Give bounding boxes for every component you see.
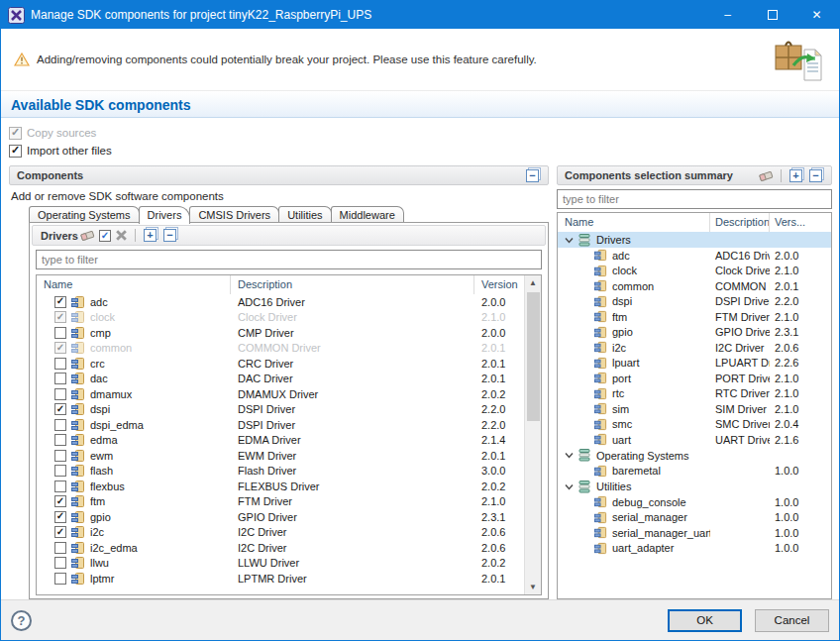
column-header-name[interactable]: Name bbox=[558, 213, 710, 232]
summary-component-name: baremetal bbox=[612, 465, 710, 477]
component-checkbox[interactable] bbox=[54, 542, 66, 554]
component-checkbox[interactable] bbox=[54, 481, 66, 492]
component-row[interactable]: i2c I2C Driver 2.0.6 bbox=[37, 525, 524, 541]
summary-group-row[interactable]: Utilities bbox=[558, 479, 831, 494]
column-header-description[interactable]: Description bbox=[710, 213, 770, 232]
component-row[interactable]: edma EDMA Driver 2.1.4 bbox=[37, 433, 524, 449]
component-checkbox[interactable] bbox=[54, 526, 66, 538]
summary-component-row[interactable]: debug_console 1.0.0 bbox=[558, 494, 831, 510]
component-row[interactable]: flash Flash Driver 3.0.0 bbox=[37, 464, 524, 480]
component-row[interactable]: dspi DSPI Driver 2.2.0 bbox=[37, 402, 524, 418]
tab-utilities[interactable]: Utilities bbox=[278, 206, 331, 222]
chevron-down-icon[interactable] bbox=[564, 481, 575, 492]
summary-group-row[interactable]: Operating Systems bbox=[558, 448, 831, 464]
component-row[interactable]: gpio GPIO Driver 2.3.1 bbox=[37, 509, 524, 525]
summary-clear-filter-button[interactable] bbox=[759, 169, 774, 182]
component-row[interactable]: llwu LLWU Driver 2.0.2 bbox=[37, 556, 524, 572]
component-row[interactable]: i2c_edma I2C Driver 2.0.6 bbox=[37, 540, 524, 556]
component-row[interactable]: dmamux DMAMUX Driver 2.0.2 bbox=[37, 386, 524, 402]
maximize-button[interactable] bbox=[750, 1, 794, 29]
component-row[interactable]: dspi_edma DSPI Driver 2.2.0 bbox=[37, 417, 524, 433]
deselect-all-button[interactable] bbox=[115, 229, 128, 242]
select-all-button[interactable] bbox=[99, 230, 111, 242]
component-row[interactable]: common COMMON Driver 2.0.1 bbox=[37, 341, 524, 357]
component-checkbox[interactable] bbox=[54, 296, 66, 308]
component-icon bbox=[71, 572, 85, 586]
summary-component-row[interactable]: lpuart LPUART Driver 2.2.6 bbox=[558, 356, 831, 372]
summary-component-row[interactable]: dspi DSPI Driver 2.2.0 bbox=[558, 294, 831, 310]
component-row[interactable]: ftm FTM Driver 2.1.0 bbox=[37, 494, 524, 510]
component-checkbox[interactable] bbox=[54, 434, 66, 446]
collapse-all-button[interactable]: − bbox=[163, 229, 176, 242]
summary-group-row[interactable]: Drivers bbox=[558, 232, 831, 248]
component-checkbox[interactable] bbox=[54, 358, 66, 370]
component-row[interactable]: flexbus FLEXBUS Driver 2.0.2 bbox=[37, 479, 524, 494]
summary-component-row[interactable]: sim SIM Driver 2.1.0 bbox=[558, 401, 831, 417]
component-checkbox[interactable] bbox=[54, 450, 66, 462]
minimize-button[interactable]: – bbox=[705, 1, 750, 29]
drivers-filter-input[interactable] bbox=[36, 250, 542, 269]
component-checkbox[interactable] bbox=[54, 495, 66, 507]
summary-component-row[interactable]: serial_manager 1.0.0 bbox=[558, 510, 831, 526]
summary-component-row[interactable]: uart UART Driver 2.1.6 bbox=[558, 432, 831, 448]
ok-button[interactable]: OK bbox=[668, 609, 742, 632]
component-checkbox[interactable] bbox=[54, 342, 66, 354]
summary-component-row[interactable]: i2c I2C Driver 2.0.6 bbox=[558, 340, 831, 356]
vertical-scrollbar[interactable]: ▲ ▼ bbox=[524, 275, 541, 594]
column-header-description[interactable]: Description bbox=[231, 275, 474, 294]
component-checkbox[interactable] bbox=[54, 573, 66, 585]
component-checkbox[interactable] bbox=[54, 311, 66, 323]
tab-middleware[interactable]: Middleware bbox=[331, 206, 404, 222]
column-header-name[interactable]: Name bbox=[37, 275, 231, 294]
import-other-files-option[interactable]: Import other files bbox=[9, 142, 839, 160]
summary-component-row[interactable]: adc ADC16 Driver 2.0.0 bbox=[558, 248, 831, 264]
chevron-down-icon[interactable] bbox=[564, 450, 575, 461]
summary-component-row[interactable]: smc SMC Driver 2.0.4 bbox=[558, 417, 831, 433]
summary-component-row[interactable]: clock Clock Driver 2.1.0 bbox=[558, 264, 831, 279]
component-checkbox[interactable] bbox=[54, 373, 66, 384]
column-header-version[interactable]: Vers... bbox=[770, 213, 831, 232]
scroll-up-icon[interactable]: ▲ bbox=[525, 275, 541, 290]
summary-expand-all-button[interactable]: + bbox=[789, 169, 802, 182]
summary-component-row[interactable]: baremetal 1.0.0 bbox=[558, 464, 831, 480]
summary-component-row[interactable]: common COMMON D... 2.0.1 bbox=[558, 278, 831, 294]
expand-all-button[interactable]: + bbox=[144, 229, 157, 242]
component-row[interactable]: clock Clock Driver 2.1.0 bbox=[37, 310, 524, 326]
column-header-version[interactable]: Version bbox=[474, 275, 524, 294]
component-checkbox[interactable] bbox=[54, 511, 66, 523]
summary-component-description: UART Driver bbox=[710, 434, 770, 446]
help-button[interactable]: ? bbox=[11, 610, 32, 631]
component-row[interactable]: crc CRC Driver 2.0.1 bbox=[37, 356, 524, 372]
component-row[interactable]: lptmr LPTMR Driver 2.0.1 bbox=[37, 571, 524, 587]
component-checkbox[interactable] bbox=[54, 557, 66, 569]
close-button[interactable]: ✕ bbox=[794, 1, 839, 29]
component-row[interactable]: dac DAC Driver 2.0.1 bbox=[37, 372, 524, 387]
component-row[interactable]: ewm EWM Driver 2.0.1 bbox=[37, 448, 524, 464]
cancel-button[interactable]: Cancel bbox=[755, 609, 829, 632]
component-checkbox[interactable] bbox=[54, 403, 66, 415]
component-checkbox[interactable] bbox=[54, 419, 66, 431]
component-checkbox[interactable] bbox=[54, 388, 66, 400]
collapse-section-button[interactable]: − bbox=[526, 169, 539, 182]
summary-component-row[interactable]: serial_manager_uart 1.0.0 bbox=[558, 525, 831, 541]
summary-component-row[interactable]: uart_adapter 1.0.0 bbox=[558, 541, 831, 557]
summary-component-row[interactable]: gpio GPIO Driver 2.3.1 bbox=[558, 325, 831, 341]
tab-cmsis-drivers[interactable]: CMSIS Drivers bbox=[189, 206, 279, 222]
summary-component-row[interactable]: port PORT Driver 2.1.0 bbox=[558, 371, 831, 386]
summary-component-row[interactable]: rtc RTC Driver 2.1.0 bbox=[558, 386, 831, 402]
scrollbar-thumb[interactable] bbox=[527, 292, 540, 421]
import-other-files-checkbox[interactable] bbox=[9, 145, 22, 158]
scroll-down-icon[interactable]: ▼ bbox=[525, 580, 541, 594]
category-stack-icon bbox=[578, 234, 591, 247]
summary-filter-input[interactable] bbox=[557, 189, 832, 209]
component-checkbox[interactable] bbox=[54, 327, 66, 339]
component-row[interactable]: cmp CMP Driver 2.0.0 bbox=[37, 325, 524, 341]
tab-operating-systems[interactable]: Operating Systems bbox=[29, 206, 140, 222]
summary-collapse-all-button[interactable]: − bbox=[809, 169, 822, 182]
component-checkbox[interactable] bbox=[54, 465, 66, 477]
summary-component-row[interactable]: ftm FTM Driver 2.1.0 bbox=[558, 309, 831, 325]
component-row[interactable]: adc ADC16 Driver 2.0.0 bbox=[37, 294, 524, 310]
tab-drivers[interactable]: Drivers bbox=[139, 206, 191, 224]
clear-filter-button[interactable] bbox=[80, 229, 95, 242]
chevron-down-icon[interactable] bbox=[564, 235, 575, 246]
